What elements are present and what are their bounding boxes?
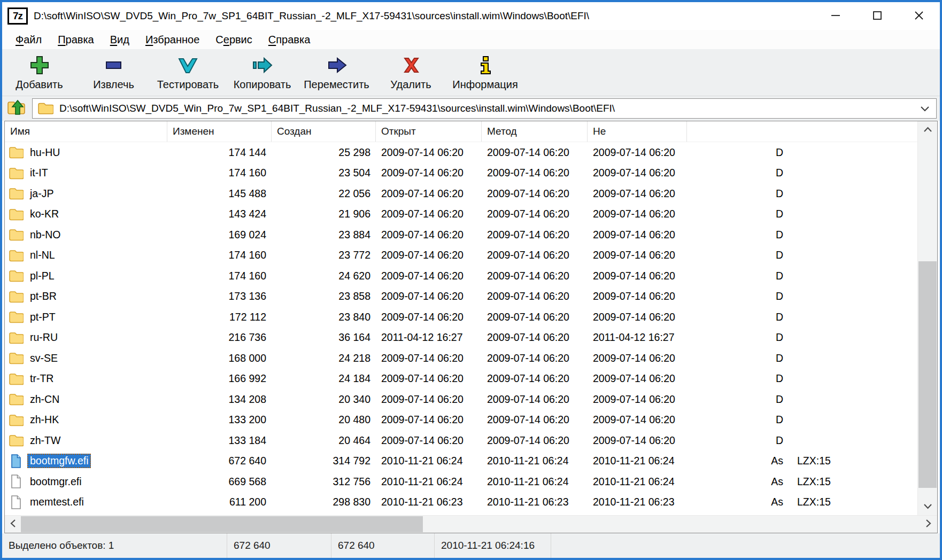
file-size: 669 568 [167, 471, 272, 492]
table-row[interactable]: sv-SE 168 000 24 218 2009-07-14 06:20 20… [5, 348, 937, 369]
file-method [789, 430, 890, 451]
column-header-truncated[interactable]: Не [588, 121, 687, 142]
table-row[interactable]: zh-TW 133 184 20 464 2009-07-14 06:20 20… [5, 430, 937, 451]
file-accessed: 2009-07-14 06:20 [588, 410, 687, 431]
file-modified: 2009-07-14 06:20 [376, 183, 482, 204]
file-compressed-size: 24 620 [272, 266, 376, 286]
folder-icon [9, 310, 24, 323]
file-compressed-size: 25 298 [272, 142, 376, 163]
chevron-down-icon[interactable] [914, 106, 936, 112]
address-path[interactable]: D:\soft\WinISO\SW_DVD5_Win_Pro_7w_SP1_64… [59, 103, 914, 114]
file-accessed: 2009-07-14 06:20 [588, 266, 687, 286]
file-attributes: As [687, 471, 789, 492]
status-modified-date: 2010-11-21 06:24:16 [435, 533, 551, 558]
file-compressed-size: 312 756 [272, 471, 376, 492]
file-compressed-size: 314 792 [272, 451, 376, 472]
folder-icon [9, 167, 24, 180]
file-method [789, 307, 890, 328]
file-attributes: D [687, 204, 789, 225]
up-one-level-button[interactable] [2, 97, 32, 120]
maximize-button[interactable] [856, 2, 898, 30]
status-selected-count: Выделено объектов: 1 [2, 533, 227, 558]
table-row[interactable]: ru-RU 216 736 36 164 2011-04-12 16:27 20… [5, 328, 937, 348]
info-button[interactable]: Информация [448, 49, 522, 96]
menu-tools[interactable]: Сервис [207, 34, 260, 46]
table-row[interactable]: nl-NL 174 160 23 772 2009-07-14 06:20 20… [5, 245, 937, 266]
delete-button[interactable]: Удалить [374, 49, 448, 96]
file-compressed-size: 298 830 [272, 492, 376, 513]
file-accessed: 2011-04-12 16:27 [588, 328, 687, 348]
table-row[interactable]: tr-TR 166 992 24 184 2009-07-14 06:20 20… [5, 369, 937, 390]
table-row[interactable]: pt-BR 173 136 23 858 2009-07-14 06:20 20… [5, 286, 937, 307]
horizontal-scrollbar[interactable] [5, 515, 937, 533]
file-compressed-size: 24 218 [272, 348, 376, 369]
file-list-panel: Имя Размер Сжатый Изменен Создан Открыт … [4, 121, 938, 533]
file-method: LZX:15 [789, 451, 890, 472]
scroll-left-button[interactable] [5, 516, 21, 533]
menu-favorites[interactable]: Избранное [137, 34, 207, 46]
table-row[interactable]: hu-HU 174 144 25 298 2009-07-14 06:20 20… [5, 142, 937, 163]
column-header-modified[interactable]: Изменен [167, 121, 272, 142]
folder-up-icon [6, 99, 28, 119]
file-modified: 2009-07-14 06:20 [376, 369, 482, 390]
column-header-created[interactable]: Создан [272, 121, 376, 142]
table-row[interactable]: ko-KR 143 424 21 906 2009-07-14 06:20 20… [5, 204, 937, 225]
table-row[interactable]: memtest.efi 611 200 298 830 2010-11-21 0… [5, 492, 937, 513]
file-compressed-size: 20 464 [272, 430, 376, 451]
file-modified: 2011-04-12 16:27 [376, 328, 482, 348]
address-combobox[interactable]: D:\soft\WinISO\SW_DVD5_Win_Pro_7w_SP1_64… [32, 98, 937, 119]
folder-icon [9, 269, 24, 282]
table-row[interactable]: zh-CN 134 208 20 340 2009-07-14 06:20 20… [5, 389, 937, 410]
table-row[interactable]: bootmgr.efi 669 568 312 756 2010-11-21 0… [5, 471, 937, 492]
menu-edit[interactable]: Правка [50, 34, 102, 46]
file-modified: 2009-07-14 06:20 [376, 142, 482, 163]
file-name: zh-CN [27, 392, 62, 407]
copy-button[interactable]: Копировать [225, 49, 299, 96]
scroll-down-button[interactable] [918, 498, 937, 515]
file-compressed-size: 21 906 [272, 204, 376, 225]
add-button[interactable]: Добавить [2, 49, 76, 96]
scroll-up-button[interactable] [918, 121, 937, 138]
file-modified: 2009-07-14 06:20 [376, 307, 482, 328]
file-size: 672 640 [167, 451, 272, 472]
file-method: LZX:15 [789, 492, 890, 513]
table-row[interactable]: bootmgfw.efi 672 640 314 792 2010-11-21 … [5, 451, 937, 472]
table-row[interactable]: pl-PL 174 160 24 620 2009-07-14 06:20 20… [5, 266, 937, 286]
file-name: bootmgr.efi [27, 475, 84, 489]
file-accessed: 2009-07-14 06:20 [588, 163, 687, 184]
file-created: 2010-11-21 06:24 [482, 471, 588, 492]
test-button[interactable]: Тестировать [151, 49, 225, 96]
menu-view[interactable]: Вид [102, 34, 137, 46]
close-button[interactable] [898, 2, 940, 30]
file-modified: 2009-07-14 06:20 [376, 204, 482, 225]
table-row[interactable]: pt-PT 172 112 23 840 2009-07-14 06:20 20… [5, 307, 937, 328]
file-attributes: As [687, 492, 789, 513]
vertical-scroll-thumb[interactable] [918, 261, 937, 488]
column-header-accessed[interactable]: Открыт [376, 121, 482, 142]
file-attributes: D [687, 389, 789, 410]
file-attributes: D [687, 245, 789, 266]
file-accessed: 2009-07-14 06:20 [588, 245, 687, 266]
table-row[interactable]: nb-NO 169 024 23 884 2009-07-14 06:20 20… [5, 224, 937, 245]
table-row[interactable]: ja-JP 145 488 22 056 2009-07-14 06:20 20… [5, 183, 937, 204]
file-method: LZX:15 [789, 471, 890, 492]
table-row[interactable]: zh-HK 133 200 20 480 2009-07-14 06:20 20… [5, 410, 937, 431]
file-compressed-size: 36 164 [272, 328, 376, 348]
move-button[interactable]: Переместить [299, 49, 374, 96]
extract-button[interactable]: Извлечь [76, 49, 151, 96]
column-header-name[interactable]: Имя [5, 121, 167, 142]
horizontal-scroll-thumb[interactable] [21, 516, 423, 532]
file-method [789, 183, 890, 204]
table-row[interactable]: it-IT 174 160 23 504 2009-07-14 06:20 20… [5, 163, 937, 184]
file-attributes: D [687, 410, 789, 431]
file-size: 173 136 [167, 286, 272, 307]
minimize-button[interactable] [815, 2, 856, 30]
column-header-method[interactable]: Метод [482, 121, 588, 142]
menu-file[interactable]: Файл [7, 34, 50, 46]
file-accessed: 2009-07-14 06:20 [588, 204, 687, 225]
file-created: 2009-07-14 06:20 [482, 328, 588, 348]
scroll-right-button[interactable] [920, 516, 936, 533]
menu-help[interactable]: Справка [260, 34, 318, 46]
caption-buttons [815, 2, 940, 30]
vertical-scrollbar[interactable] [917, 121, 937, 515]
